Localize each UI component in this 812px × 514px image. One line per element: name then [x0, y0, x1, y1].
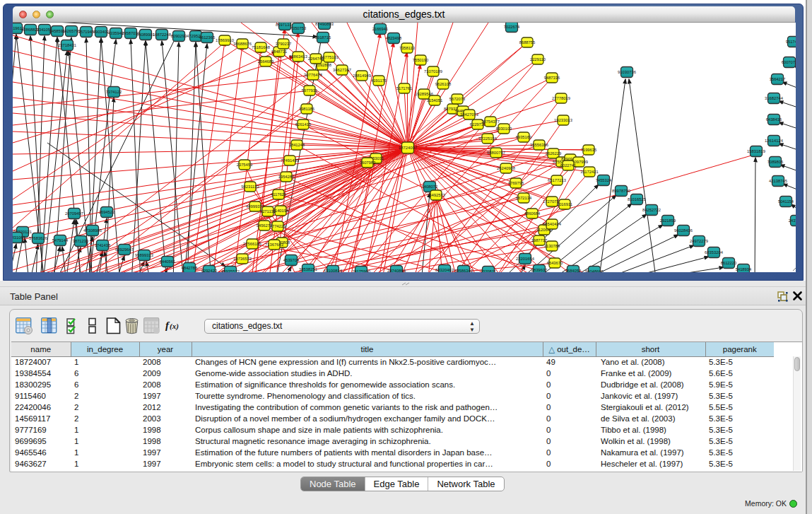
svg-text:4842788: 4842788 — [182, 266, 198, 270]
svg-text:8935169: 8935169 — [516, 135, 532, 139]
svg-text:6022741: 6022741 — [560, 163, 577, 168]
svg-text:5041154: 5041154 — [778, 199, 794, 204]
svg-text:3154051: 3154051 — [427, 98, 443, 103]
svg-text:6672134: 6672134 — [516, 196, 532, 200]
svg-text:3320821: 3320821 — [481, 269, 497, 272]
svg-text:15831819: 15831819 — [747, 149, 765, 153]
svg-text:7022674: 7022674 — [504, 25, 520, 29]
svg-text:3741438: 3741438 — [95, 243, 111, 247]
svg-text:38754377: 38754377 — [481, 119, 500, 124]
svg-text:7199635: 7199635 — [581, 148, 597, 152]
svg-text:1848731: 1848731 — [271, 49, 288, 54]
svg-text:5479144: 5479144 — [52, 238, 69, 243]
svg-text:7089806: 7089806 — [767, 160, 784, 164]
svg-text:5918715: 5918715 — [315, 35, 331, 40]
svg-text:3607983: 3607983 — [360, 160, 376, 165]
svg-text:2839607: 2839607 — [531, 268, 548, 272]
svg-text:6440561: 6440561 — [160, 259, 176, 264]
svg-text:66775103: 66775103 — [320, 55, 339, 59]
svg-text:45935572: 45935572 — [221, 269, 240, 272]
svg-text:91030736: 91030736 — [618, 70, 636, 74]
svg-text:4823498: 4823498 — [386, 36, 402, 40]
svg-text:30776478: 30776478 — [304, 73, 322, 77]
svg-text:58586340: 58586340 — [454, 269, 473, 272]
svg-text:2626229: 2626229 — [546, 151, 562, 156]
svg-text:4769795: 4769795 — [508, 181, 524, 185]
svg-text:18724007: 18724007 — [399, 146, 417, 150]
svg-text:81016525: 81016525 — [628, 197, 646, 201]
svg-text:29175900: 29175900 — [352, 269, 370, 272]
svg-text:77491435: 77491435 — [281, 158, 299, 163]
svg-text:38538251: 38538251 — [299, 267, 317, 271]
svg-text:7350753: 7350753 — [290, 26, 307, 30]
svg-text:4860684: 4860684 — [524, 211, 541, 216]
svg-text:6543670: 6543670 — [547, 261, 563, 265]
svg-text:19233013: 19233013 — [554, 118, 572, 122]
svg-text:1954280: 1954280 — [278, 175, 295, 179]
svg-text:71070189: 71070189 — [424, 69, 442, 74]
svg-text:65177213: 65177213 — [548, 178, 566, 182]
svg-text:35556386: 35556386 — [530, 143, 548, 147]
svg-text:55540424: 55540424 — [543, 222, 562, 226]
svg-text:31682744: 31682744 — [765, 96, 784, 100]
svg-text:90048665: 90048665 — [585, 269, 604, 272]
svg-text:98231132: 98231132 — [241, 185, 259, 189]
svg-text:8612220: 8612220 — [721, 261, 737, 265]
svg-text:1841248: 1841248 — [289, 143, 305, 147]
svg-text:31831063: 31831063 — [13, 235, 25, 240]
svg-text:34627347: 34627347 — [333, 68, 351, 72]
svg-text:4612365: 4612365 — [199, 35, 216, 40]
svg-text:24972279: 24972279 — [690, 239, 708, 243]
svg-text:38427073: 38427073 — [460, 112, 478, 117]
svg-text:68800797: 68800797 — [487, 151, 505, 155]
svg-text:5977931: 5977931 — [302, 88, 318, 93]
svg-text:5418934: 5418934 — [736, 267, 752, 271]
svg-text:8688755: 8688755 — [519, 40, 536, 45]
svg-text:89978790: 89978790 — [612, 189, 630, 193]
svg-text:23718431: 23718431 — [58, 43, 76, 47]
svg-text:26240908: 26240908 — [497, 166, 515, 170]
svg-text:(x): (x) — [170, 322, 179, 331]
svg-text:25492573: 25492573 — [427, 193, 445, 197]
svg-text:3871230: 3871230 — [73, 239, 89, 243]
svg-text:8090293: 8090293 — [171, 34, 187, 38]
svg-text:6271130: 6271130 — [260, 209, 276, 214]
svg-text:57683626: 57683626 — [29, 236, 47, 240]
svg-text:4539704: 4539704 — [283, 258, 300, 262]
svg-text:7358113: 7358113 — [399, 46, 415, 50]
svg-text:6261415: 6261415 — [295, 122, 312, 127]
svg-text:7550190: 7550190 — [413, 58, 429, 62]
svg-text:8930103: 8930103 — [496, 127, 512, 131]
svg-text:6007072: 6007072 — [782, 60, 796, 64]
svg-text:88320463: 88320463 — [435, 268, 454, 272]
svg-text:28740864: 28740864 — [387, 269, 406, 272]
svg-text:3564217: 3564217 — [770, 77, 786, 81]
svg-text:2130789: 2130789 — [544, 244, 560, 248]
svg-text:95899313: 95899313 — [135, 253, 153, 257]
svg-text:5171761: 5171761 — [396, 86, 413, 90]
svg-text:38688676: 38688676 — [233, 42, 252, 46]
svg-text:20709497: 20709497 — [65, 211, 83, 216]
svg-text:2694522: 2694522 — [99, 210, 115, 214]
svg-text:96028436: 96028436 — [674, 228, 693, 233]
svg-text:12614124: 12614124 — [765, 139, 784, 143]
svg-text:19736572: 19736572 — [233, 257, 252, 261]
svg-text:6438436: 6438436 — [766, 117, 782, 122]
svg-text:2229110: 2229110 — [530, 57, 546, 62]
svg-text:42138745: 42138745 — [769, 179, 787, 183]
svg-text:83863413: 83863413 — [289, 54, 307, 59]
svg-text:22201654: 22201654 — [516, 257, 535, 261]
svg-text:28814949: 28814949 — [353, 74, 371, 78]
svg-text:2437026: 2437026 — [789, 218, 796, 223]
svg-text:68353204: 68353204 — [705, 250, 724, 255]
svg-text:1981186: 1981186 — [299, 107, 314, 111]
svg-text:3790237: 3790237 — [276, 42, 292, 46]
svg-text:4117625: 4117625 — [271, 192, 286, 197]
svg-text:9626108: 9626108 — [435, 82, 452, 86]
svg-text:17869910: 17869910 — [216, 38, 234, 42]
svg-text:60929647: 60929647 — [115, 247, 134, 252]
svg-text:3684052: 3684052 — [565, 269, 582, 272]
svg-text:84252722: 84252722 — [642, 208, 661, 212]
svg-text:7374122: 7374122 — [106, 90, 122, 94]
svg-text:10872248: 10872248 — [153, 33, 171, 37]
